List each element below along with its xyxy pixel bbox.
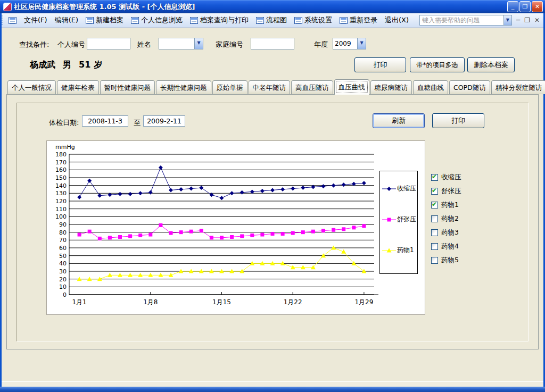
- window-title: 社区居民健康档案管理系统 1.05 测试版 - [个人信息浏览]: [14, 2, 195, 12]
- triangle-marker: [250, 261, 254, 265]
- year-combo-value: 2009: [333, 40, 357, 47]
- legend-entry-药物1: 药物1: [382, 246, 414, 255]
- date-to-label: 至: [134, 118, 141, 128]
- multi-select-button[interactable]: 带*的项目多选: [410, 57, 465, 72]
- y-tick-label: 130: [55, 190, 67, 197]
- name-label: 姓名: [137, 40, 151, 49]
- chevron-down-icon[interactable]: ▼: [357, 38, 366, 49]
- tab-2[interactable]: 健康年检表: [57, 80, 99, 94]
- series-toggle-药物5[interactable]: 药物5: [431, 253, 461, 267]
- mdi-close-icon[interactable]: ✕: [534, 16, 540, 24]
- menu-item-5[interactable]: 档案查询与打印: [186, 14, 252, 27]
- close-button[interactable]: ✕: [532, 1, 543, 12]
- menu-item-label: 退出(X): [385, 15, 409, 25]
- checkbox-icon[interactable]: [431, 229, 438, 236]
- menu-item-label: 重新登录: [350, 15, 377, 25]
- form-icon: [131, 17, 139, 24]
- series-toggle-label: 药物2: [441, 214, 459, 223]
- tab-1[interactable]: 个人一般情况: [7, 80, 56, 94]
- tab-9[interactable]: 糖尿病随访: [370, 80, 412, 94]
- y-tick-label: 30: [59, 268, 67, 275]
- check-icon: ✔: [432, 201, 437, 208]
- menu-item-3[interactable]: 新建档案: [82, 14, 127, 27]
- series-toggle-舒张压[interactable]: ✔舒张压: [431, 184, 461, 198]
- tab-4[interactable]: 长期性健康问题: [156, 80, 211, 94]
- series-toggle-收缩压[interactable]: ✔收缩压: [431, 170, 461, 184]
- tab-11[interactable]: COPD随访: [449, 80, 490, 94]
- chevron-down-icon[interactable]: ▼: [503, 15, 512, 26]
- menu-item-7[interactable]: 系统设置: [291, 14, 336, 27]
- tab-5[interactable]: 原始单据: [212, 80, 247, 94]
- date-to-input[interactable]: [143, 115, 185, 127]
- name-combo[interactable]: ▼: [159, 38, 203, 49]
- checkbox-icon[interactable]: [431, 215, 438, 222]
- diamond-marker: [332, 184, 336, 188]
- chevron-down-icon[interactable]: ▼: [194, 38, 203, 49]
- minimize-button[interactable]: _: [507, 1, 518, 12]
- triangle-marker: [108, 273, 112, 277]
- square-marker: [189, 230, 193, 233]
- menu-item-6[interactable]: 流程图: [252, 14, 291, 27]
- series-toggle-药物3[interactable]: 药物3: [431, 226, 461, 239]
- triangle-marker: [280, 261, 285, 265]
- print-record-button[interactable]: 打印: [354, 57, 406, 72]
- y-tick-label: 160: [55, 166, 67, 173]
- checkbox-checked-icon[interactable]: ✔: [431, 174, 438, 181]
- diamond-marker: [220, 196, 224, 200]
- delete-record-button[interactable]: 删除本档案: [467, 57, 515, 72]
- form-icon: [340, 17, 348, 24]
- triangle-marker: [87, 277, 92, 281]
- restore-button[interactable]: ❐: [519, 1, 531, 12]
- diamond-marker: [280, 187, 285, 191]
- menu-item-1[interactable]: 文件(F): [20, 14, 51, 27]
- tab-3[interactable]: 暂时性健康问题: [100, 80, 155, 94]
- series-toggle-list: ✔收缩压✔舒张压✔药物1药物2药物3药物4药物5: [431, 170, 461, 267]
- checkbox-icon[interactable]: [431, 257, 438, 264]
- square-marker: [78, 233, 81, 237]
- legend-label: 药物1: [397, 246, 414, 255]
- diamond-marker: [342, 182, 346, 187]
- diamond-marker: [199, 186, 203, 190]
- checkbox-checked-icon[interactable]: ✔: [431, 188, 438, 195]
- tab-6[interactable]: 中老年随访: [249, 80, 291, 94]
- family-id-input[interactable]: [251, 38, 294, 49]
- series-toggle-药物2[interactable]: 药物2: [431, 212, 461, 226]
- tab-8[interactable]: 血压曲线: [334, 79, 369, 95]
- legend-label: 舒张压: [397, 215, 416, 224]
- y-tick-label: 140: [55, 182, 67, 189]
- menu-item-4[interactable]: 个人信息浏览: [127, 14, 186, 27]
- menu-item-9[interactable]: 退出(X): [381, 14, 412, 27]
- check-icon: ✔: [432, 187, 437, 194]
- series-toggle-药物4[interactable]: 药物4: [431, 239, 461, 253]
- series-toggle-label: 药物1: [441, 201, 459, 210]
- menu-item-8[interactable]: 重新登录: [336, 14, 381, 27]
- system-menu-icon[interactable]: [5, 15, 20, 26]
- refresh-button[interactable]: 刷新: [373, 113, 425, 128]
- tab-7[interactable]: 高血压随访: [291, 80, 333, 94]
- checkbox-icon[interactable]: [431, 243, 438, 250]
- diamond-marker: [260, 189, 265, 193]
- diamond-marker: [148, 190, 153, 195]
- year-combo[interactable]: 2009 ▼: [333, 38, 366, 49]
- legend-marker-icon: [382, 186, 396, 192]
- checkbox-checked-icon[interactable]: ✔: [431, 202, 438, 208]
- help-search-input[interactable]: [419, 15, 503, 26]
- mdi-restore-icon[interactable]: ❐: [524, 16, 530, 24]
- diamond-marker: [240, 190, 244, 195]
- square-marker: [230, 235, 234, 239]
- tab-10[interactable]: 血糖曲线: [413, 80, 448, 94]
- chart-print-button[interactable]: 打印: [432, 113, 484, 128]
- menu-item-2[interactable]: 编辑(E): [51, 14, 82, 27]
- personal-id-input[interactable]: [87, 38, 130, 49]
- series-toggle-药物1[interactable]: ✔药物1: [431, 198, 461, 212]
- chart-legend: 收缩压舒张压药物1: [379, 171, 418, 274]
- triangle-marker: [128, 273, 133, 277]
- help-search-combo: ▼: [419, 15, 512, 26]
- date-from-input[interactable]: [82, 115, 128, 127]
- y-tick-label: 70: [59, 237, 67, 244]
- square-marker: [98, 237, 102, 240]
- series-toggle-label: 药物5: [441, 256, 459, 265]
- mdi-minimize-icon[interactable]: ─: [516, 16, 520, 24]
- tab-12[interactable]: 精神分裂症随访: [491, 80, 545, 94]
- diamond-marker: [159, 165, 163, 170]
